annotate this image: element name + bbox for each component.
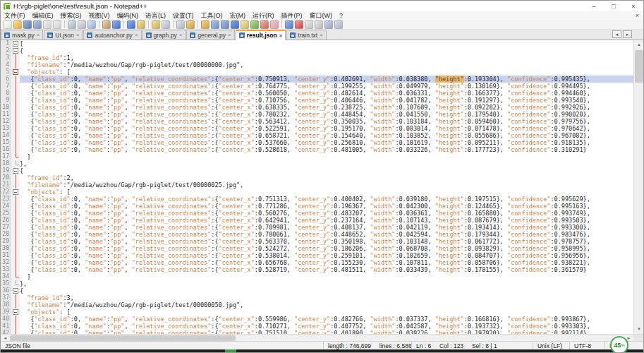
menu-item-7[interactable]: 工具(O) [198, 11, 226, 20]
code-line[interactable]: 24 {"class_id":0, "name":"pp", "relative… [1, 203, 633, 210]
tab-close-icon[interactable]: × [179, 32, 183, 38]
tab-general.py[interactable]: general.py× [186, 30, 234, 40]
user-define-dialog-icon[interactable] [241, 20, 249, 29]
tab-close-icon[interactable]: × [228, 32, 231, 38]
tab-autoanchor.py[interactable]: autoanchor.py× [83, 30, 141, 40]
tab-close-icon[interactable]: × [279, 32, 283, 39]
fold-guide-line[interactable] [11, 217, 20, 224]
cut-icon[interactable] [78, 20, 86, 29]
close-doc-icon[interactable] [43, 20, 51, 29]
code-line[interactable]: 17 ] [1, 153, 633, 160]
stop-macro-icon[interactable] [305, 20, 313, 29]
show-all-chars-icon[interactable] [221, 20, 229, 29]
menu-item-10[interactable]: 插件(P) [278, 11, 306, 20]
run-macro-multiple-icon[interactable] [334, 20, 343, 29]
status-encoding[interactable]: UTF-8 [570, 342, 605, 349]
record-macro-icon[interactable] [295, 20, 303, 29]
code-line[interactable]: 13 {"class_id":0, "name":"pp", "relative… [1, 125, 633, 132]
fold-guide-line[interactable] [11, 259, 20, 266]
fold-end-corner[interactable] [11, 153, 20, 160]
code-line[interactable]: 37 "frame_id":3, [1, 294, 633, 301]
fold-guide-line[interactable] [11, 174, 20, 181]
menu-item-2[interactable]: 搜索(S) [57, 11, 85, 20]
fold-guide-line[interactable] [11, 125, 20, 132]
code-line[interactable]: 21 "filename":"/media/wuzhou/Gap/rgb-pig… [1, 181, 633, 189]
code-line[interactable]: 22 "objects": [ [1, 189, 633, 196]
menu-close-icon[interactable]: × [631, 12, 643, 19]
code-line[interactable]: 4 "filename":"/media/wuzhou/Gap/rgb-pigl… [1, 61, 633, 68]
tab-graph.py[interactable]: graph.py× [142, 30, 186, 40]
word-wrap-icon[interactable] [211, 20, 219, 29]
code-line[interactable]: 15 {"class_id":0, "name":"pp", "relative… [1, 139, 633, 146]
fold-guide-line[interactable] [11, 238, 20, 245]
code-line[interactable]: 36{ [1, 287, 633, 294]
menu-item-1[interactable]: 编辑(E) [29, 11, 57, 20]
fold-guide-line[interactable] [11, 210, 20, 217]
fold-guide-line[interactable] [11, 224, 20, 231]
indent-guide-icon[interactable] [231, 20, 239, 29]
undo-icon[interactable] [112, 20, 121, 29]
find-icon[interactable] [137, 20, 145, 29]
fold-guide-line[interactable] [11, 294, 20, 301]
editor-pane[interactable]: 1[2{3 "frame_id":1,4 "filename":"/media/… [1, 40, 643, 334]
tab-close-icon[interactable]: × [76, 32, 80, 38]
fold-end-corner[interactable] [11, 273, 20, 280]
code-line[interactable]: 8 {"class_id":0, "name":"pp", "relative_… [1, 90, 633, 97]
code-line[interactable]: 11 {"class_id":0, "name":"pp", "relative… [1, 111, 633, 118]
fold-guide-line[interactable] [11, 231, 20, 238]
monitor-icon[interactable] [285, 20, 293, 29]
zoom-in-icon[interactable] [162, 20, 170, 29]
replace-icon[interactable] [152, 20, 160, 29]
fold-end-corner[interactable] [11, 160, 20, 167]
vertical-scroll-thumb[interactable] [635, 50, 643, 83]
fold-guide-line[interactable] [11, 104, 20, 111]
code-line[interactable]: 34 ] [1, 273, 633, 280]
save-icon[interactable] [23, 20, 32, 29]
fold-guide-line[interactable] [11, 301, 20, 309]
code-line[interactable]: 23 {"class_id":0, "name":"pp", "relative… [1, 196, 633, 203]
fold-collapse-icon[interactable] [11, 287, 20, 294]
open-folder-icon[interactable] [13, 20, 22, 29]
code-line[interactable]: 18}, [1, 160, 633, 167]
menu-item-4[interactable]: 编码(N) [114, 11, 142, 20]
sync-vertical-icon[interactable] [186, 20, 195, 29]
fold-guide-line[interactable] [11, 61, 20, 68]
fold-guide-line[interactable] [11, 83, 20, 90]
code-line[interactable]: 28 {"class_id":0, "name":"pp", "relative… [1, 231, 633, 238]
menu-item-11[interactable]: 窗口(W) [306, 11, 336, 20]
scroll-down-icon[interactable]: ▼ [634, 325, 644, 334]
fold-guide-line[interactable] [11, 111, 20, 118]
code-line[interactable]: 29 {"class_id":0, "name":"pp", "relative… [1, 238, 633, 245]
menu-item-12[interactable]: ? [336, 12, 346, 19]
fold-collapse-icon[interactable] [11, 189, 20, 196]
horizontal-scrollbar[interactable]: ◄ ◄ ► [1, 334, 643, 341]
menu-item-5[interactable]: 语言(L) [142, 11, 169, 20]
code-line[interactable]: 41 {"class_id":0, "name":"pp", "relative… [1, 323, 633, 330]
close-button[interactable]: × [624, 1, 643, 11]
scroll-up-icon[interactable]: ▲ [634, 40, 644, 49]
fold-guide-line[interactable] [11, 316, 20, 323]
tab-close-icon[interactable]: × [135, 32, 138, 38]
maximize-button[interactable]: □ [604, 1, 624, 11]
fold-guide-line[interactable] [11, 323, 20, 330]
zoom-out-icon[interactable] [176, 20, 185, 29]
code-line[interactable]: 32 {"class_id":0, "name":"pp", "relative… [1, 259, 633, 266]
redo-icon[interactable] [127, 20, 135, 29]
sync-horizontal-icon[interactable] [201, 20, 209, 29]
paste-icon[interactable] [102, 20, 111, 29]
fold-end-corner[interactable] [11, 280, 20, 287]
fold-guide-line[interactable] [11, 54, 20, 61]
code-line[interactable]: 19{ [1, 167, 633, 174]
fold-guide-line[interactable] [11, 245, 20, 252]
fold-collapse-icon[interactable] [11, 47, 20, 54]
fold-guide-line[interactable] [11, 146, 20, 153]
menu-item-3[interactable]: 视图(V) [85, 11, 114, 20]
code-area[interactable]: 1[2{3 "frame_id":1,4 "filename":"/media/… [1, 40, 633, 334]
code-line[interactable]: 2{ [1, 47, 633, 54]
fold-guide-line[interactable] [11, 196, 20, 203]
code-line[interactable]: 31 {"class_id":0, "name":"pp", "relative… [1, 252, 633, 259]
new-file-icon[interactable] [4, 20, 12, 29]
code-line[interactable]: 5 "objects": [ [1, 68, 633, 76]
menu-item-9[interactable]: 运行(R) [249, 11, 278, 20]
code-line[interactable]: 25 {"class_id":0, "name":"pp", "relative… [1, 210, 633, 217]
